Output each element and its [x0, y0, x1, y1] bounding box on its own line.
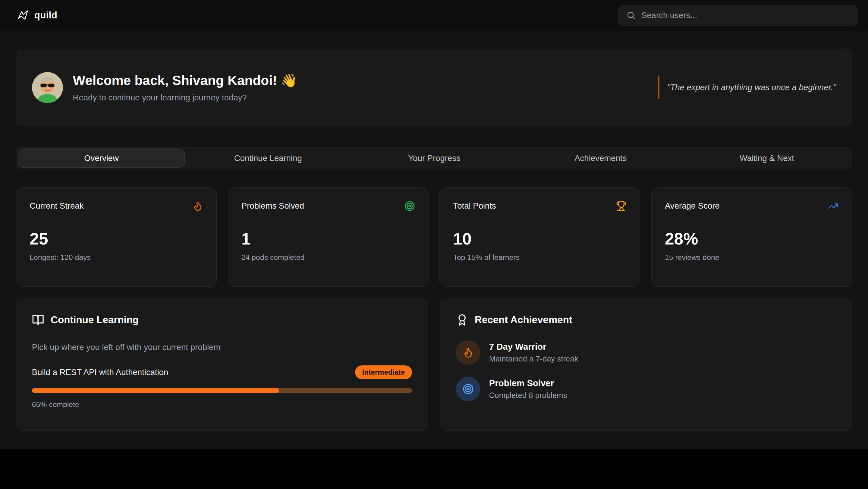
stats-row: Current Streak 25 Longest: 120 days Prob… — [16, 187, 852, 287]
stat-subtext: 15 reviews done — [665, 253, 838, 262]
quote-text: "The expert in anything was once a begin… — [667, 83, 836, 92]
progress-label: 65% complete — [32, 400, 412, 409]
recent-achievement-card: Recent Achievement 7 Day Warrior Maintai… — [440, 298, 852, 431]
continue-learning-description: Pick up where you left off with your cur… — [32, 342, 412, 352]
bottom-row: Continue Learning Pick up where you left… — [16, 298, 852, 431]
target-icon — [456, 377, 480, 401]
avatar — [32, 72, 63, 103]
list-item: Problem Solver Completed 8 problems — [456, 377, 836, 401]
flame-icon — [193, 201, 203, 211]
panel-title: Recent Achievement — [475, 314, 572, 326]
top-navbar: quild — [0, 0, 868, 31]
quote-bar — [658, 76, 659, 99]
stat-subtext: 24 pods completed — [241, 253, 415, 262]
welcome-subtitle: Ready to continue your learning journey … — [73, 93, 298, 102]
stat-subtext: Longest: 120 days — [30, 253, 203, 262]
logo-icon — [17, 9, 29, 22]
panel-title: Continue Learning — [51, 314, 138, 326]
achievement-title: Problem Solver — [489, 378, 567, 388]
tab-waiting-next[interactable]: Waiting & Next — [684, 149, 850, 167]
list-item: 7 Day Warrior Maintained a 7-day streak — [456, 340, 836, 365]
stat-card-average-score: Average Score 28% 15 reviews done — [651, 187, 852, 287]
stat-value: 1 — [241, 229, 415, 248]
welcome-card: Welcome back, Shivang Kandoi! 👋 Ready to… — [16, 49, 852, 126]
stat-value: 28% — [665, 229, 838, 248]
flame-icon — [456, 340, 480, 365]
progress-bar — [32, 388, 412, 393]
achievement-subtitle: Completed 8 problems — [489, 391, 567, 400]
stat-value: 25 — [30, 229, 203, 248]
search-input[interactable] — [641, 10, 850, 20]
stat-label: Problems Solved — [241, 201, 304, 211]
achievement-list: 7 Day Warrior Maintained a 7-day streak … — [456, 340, 836, 401]
dashboard: Welcome back, Shivang Kandoi! 👋 Ready to… — [0, 31, 868, 449]
welcome-title: Welcome back, Shivang Kandoi! 👋 — [73, 73, 298, 88]
difficulty-badge: Intermediate — [355, 365, 412, 379]
brand-name: quild — [34, 10, 57, 21]
tab-your-progress[interactable]: Your Progress — [351, 149, 518, 167]
stat-card-problems-solved: Problems Solved 1 24 pods completed — [228, 187, 429, 287]
stat-subtext: Top 15% of learners — [453, 253, 627, 262]
tab-overview[interactable]: Overview — [18, 149, 185, 167]
search-box[interactable] — [618, 5, 858, 26]
brand[interactable]: quild — [17, 9, 57, 22]
stat-card-total-points: Total Points 10 Top 15% of learners — [439, 187, 640, 287]
stat-value: 10 — [453, 229, 627, 248]
tab-bar: Overview Continue Learning Your Progress… — [16, 147, 852, 170]
motivational-quote: "The expert in anything was once a begin… — [658, 76, 836, 99]
stat-label: Average Score — [665, 201, 720, 211]
achievement-subtitle: Maintained a 7-day streak — [489, 355, 578, 363]
trending-up-icon — [828, 201, 838, 211]
progress-fill — [32, 388, 279, 393]
target-icon — [404, 201, 415, 211]
open-book-icon — [32, 314, 44, 326]
stat-label: Current Streak — [30, 201, 84, 211]
stat-card-current-streak: Current Streak 25 Longest: 120 days — [16, 187, 217, 287]
current-problem-title: Build a REST API with Authentication — [32, 367, 168, 377]
trophy-icon — [616, 201, 627, 211]
search-icon — [626, 10, 636, 20]
welcome-text: Welcome back, Shivang Kandoi! 👋 Ready to… — [73, 73, 298, 102]
stat-label: Total Points — [453, 201, 496, 211]
medal-icon — [456, 314, 468, 326]
tab-continue-learning[interactable]: Continue Learning — [185, 149, 351, 167]
achievement-title: 7 Day Warrior — [489, 342, 578, 352]
tab-achievements[interactable]: Achievements — [518, 149, 684, 167]
continue-learning-card: Continue Learning Pick up where you left… — [16, 298, 428, 431]
